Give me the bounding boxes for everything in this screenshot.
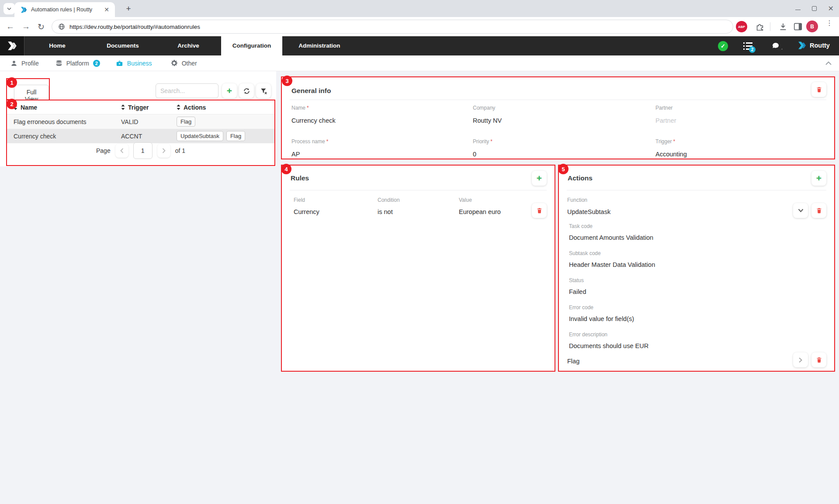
col-header-actions[interactable]: Actions (184, 104, 206, 111)
add-rule-row-button[interactable]: + (532, 171, 547, 186)
field-company-value[interactable]: Routty NV (473, 117, 655, 124)
delete-automation-rule-button[interactable] (811, 82, 826, 97)
sort-icon[interactable] (121, 104, 125, 110)
field-process-name-value[interactable]: AP (291, 151, 473, 158)
routty-favicon-icon (21, 7, 27, 13)
sort-icon[interactable] (177, 104, 180, 110)
tab-close-icon[interactable]: ✕ (103, 6, 111, 14)
trash-icon (816, 356, 822, 363)
rule-field-value[interactable]: Currency (294, 208, 378, 215)
annotation-label-3: 3 (282, 76, 292, 86)
next-page-button[interactable] (157, 144, 170, 158)
extensions-puzzle-icon[interactable] (755, 22, 765, 31)
search-input[interactable] (156, 83, 218, 98)
browser-tab[interactable]: Automation rules | Routty ✕ (14, 2, 115, 17)
browser-tab-strip: Automation rules | Routty ✕ + ✕ (0, 0, 839, 17)
status-ok-icon[interactable]: ✓ (718, 41, 728, 51)
field-name: Name* Currency check (291, 104, 473, 124)
action-param-value[interactable]: Header Master Data Validation (569, 261, 655, 268)
nav-item-administration[interactable]: Administration (282, 36, 357, 55)
collapse-subnav-icon[interactable] (825, 59, 832, 67)
subnav-item-other[interactable]: Other (170, 59, 197, 67)
annotation-label-2: 2 (7, 99, 17, 109)
expand-action-button[interactable] (793, 352, 808, 367)
field-trigger-value[interactable]: Accounting (655, 151, 829, 158)
nav-item-archive[interactable]: Archive (156, 36, 221, 55)
nav-item-documents[interactable]: Documents (90, 36, 156, 55)
action-param-value[interactable]: Document Amounts Validation (569, 234, 653, 241)
annotation-label-5: 5 (558, 164, 569, 174)
site-info-icon[interactable] (58, 23, 65, 30)
refresh-button[interactable] (239, 83, 254, 98)
tasks-list-icon[interactable]: 2 (743, 41, 753, 53)
screen: Automation rules | Routty ✕ + ✕ ← → ↻ ht… (0, 0, 839, 504)
url-bar[interactable]: https://dev.routty.be/portal/routty/#aut… (52, 20, 733, 34)
subnav-item-profile[interactable]: Profile (10, 60, 39, 67)
nav-item-configuration[interactable]: Configuration (221, 36, 282, 55)
col-header-trigger[interactable]: Trigger (128, 104, 149, 111)
field-partner-value[interactable]: Partner (655, 117, 829, 124)
action-param-value[interactable]: Failed (569, 288, 586, 295)
action-param-value[interactable]: Documents should use EUR (569, 342, 648, 349)
chevron-down-icon (798, 209, 804, 212)
browser-menu-icon[interactable]: ⋮ (826, 21, 832, 25)
platform-badge: 2 (93, 60, 100, 67)
nav-item-home[interactable]: Home (24, 36, 90, 55)
action-function-value[interactable]: UpdateSubtask (567, 208, 610, 215)
adblock-extension-icon[interactable]: ABP (736, 21, 747, 32)
window-minimize-icon[interactable] (795, 10, 801, 10)
browser-toolbar: ← → ↻ https://dev.routty.be/portal/routt… (0, 17, 839, 36)
window-controls: ✕ (795, 0, 834, 17)
delete-action-button[interactable] (811, 352, 826, 367)
reload-icon[interactable]: ↻ (38, 22, 45, 32)
table-row-selected[interactable]: Currency check ACCNT UpdateSubtask Flag (7, 129, 274, 143)
forward-icon[interactable]: → (22, 22, 30, 31)
annotation-box-2: Name Trigger Actions Flag erroneous docu… (6, 100, 275, 166)
chat-icon[interactable] (772, 42, 783, 53)
annotation-box-3: General info Name* Currency check Compan… (281, 76, 835, 159)
action-function-value[interactable]: Flag (567, 358, 579, 365)
chevron-left-icon (120, 148, 124, 153)
window-maximize-icon[interactable] (812, 6, 817, 11)
brand-area[interactable]: Routty (798, 41, 830, 50)
annotation-box-5: Actions + Function UpdateSubtask Task co… (558, 165, 835, 372)
browser-profile-avatar[interactable]: B (806, 21, 818, 32)
col-header-name[interactable]: Name (21, 104, 37, 111)
add-action-button[interactable]: + (811, 171, 826, 186)
delete-action-button[interactable] (811, 203, 826, 218)
delete-rule-row-button[interactable] (532, 203, 547, 218)
back-icon[interactable]: ← (6, 22, 14, 31)
plus-icon: + (537, 173, 542, 183)
action-tag: UpdateSubtask (177, 131, 223, 141)
rule-row: Currency is not European euro (294, 208, 547, 215)
field-priority-value[interactable]: 0 (473, 151, 655, 158)
brand-bolt-icon (798, 41, 806, 50)
window-close-icon[interactable]: ✕ (828, 5, 834, 12)
subnav: Profile Platform 2 Business Other (0, 55, 839, 71)
rule-row-labels: Field Condition Value (294, 197, 547, 203)
new-tab-button[interactable]: + (124, 4, 133, 14)
page-number-input[interactable] (133, 142, 153, 159)
table-row[interactable]: Flag erroneous documents VALID Flag (7, 114, 274, 129)
action-param-value[interactable]: Invalid value for field(s) (569, 315, 634, 322)
tab-search-chevron-icon[interactable] (3, 3, 15, 14)
field-name-value[interactable]: Currency check (291, 117, 473, 124)
add-rule-button[interactable]: + (222, 83, 237, 98)
rule-value-value[interactable]: European euro (459, 208, 501, 215)
gear-icon (170, 59, 178, 67)
plus-icon: + (227, 86, 232, 95)
prev-page-button[interactable] (115, 144, 128, 158)
annotation-box-4: Rules + Field Condition Value Currency i… (281, 165, 555, 372)
side-panel-icon[interactable] (793, 22, 803, 31)
field-company: Company Routty NV (473, 104, 655, 124)
collapse-action-button[interactable] (793, 203, 808, 218)
downloads-icon[interactable] (778, 22, 788, 31)
clear-filter-button[interactable] (256, 83, 271, 98)
subnav-item-business[interactable]: Business (116, 60, 152, 67)
rule-condition-value[interactable]: is not (378, 208, 459, 215)
brand-name: Routty (810, 42, 830, 49)
app-logo[interactable] (0, 36, 24, 55)
subnav-item-platform[interactable]: Platform 2 (55, 60, 100, 67)
page-of-label: of 1 (175, 147, 185, 154)
trash-icon (816, 86, 822, 93)
